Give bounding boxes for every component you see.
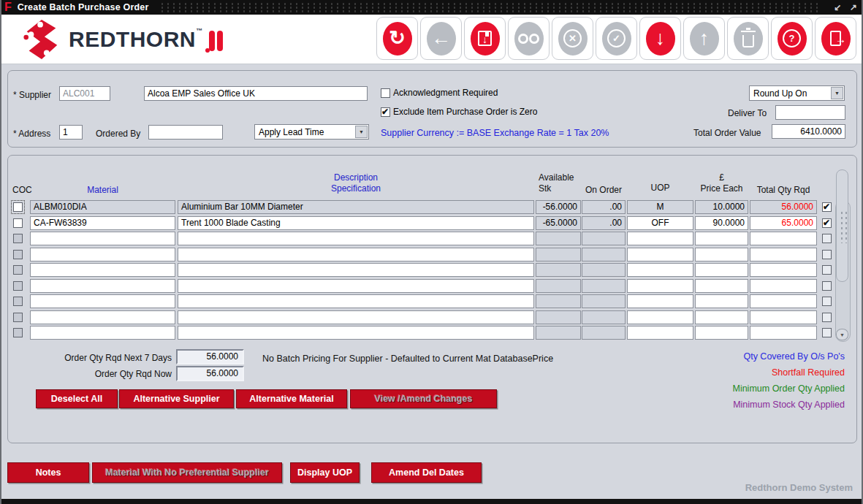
uop-cell[interactable] (627, 232, 693, 245)
display-uop-button[interactable]: Display UOP (290, 462, 360, 483)
total-qty-cell[interactable] (750, 294, 817, 308)
description-cell[interactable] (178, 248, 534, 261)
scrollbar-thumb[interactable] (836, 169, 848, 282)
address-label: * Address (13, 129, 50, 139)
total-qty-rqd-header: Total Qty Rqd (745, 185, 821, 196)
total-qty-cell[interactable] (750, 279, 817, 293)
price-each-cell[interactable] (695, 294, 748, 308)
legend-min-order: Minimum Order Qty Applied (732, 383, 845, 394)
material-cell[interactable] (30, 232, 175, 245)
refresh-button[interactable]: ↻ (376, 17, 418, 60)
description-cell[interactable] (178, 310, 534, 324)
total-qty-cell[interactable] (750, 232, 817, 245)
acknowledgment-required-checkbox[interactable] (381, 88, 390, 98)
scroll-down-icon[interactable]: ▼ (836, 329, 848, 340)
description-cell[interactable]: Trent 1000 Blade Casting (178, 216, 534, 230)
alternative-material-button[interactable]: Alternative Material (236, 389, 347, 408)
description-cell[interactable] (178, 263, 534, 277)
on-order-cell (582, 248, 626, 261)
uop-cell[interactable] (627, 248, 693, 261)
price-each-cell[interactable] (695, 263, 748, 277)
restore-window-icon[interactable]: ↙ (834, 2, 841, 12)
window-bottom-edge (1, 499, 862, 504)
down-arrow-icon: ↓ (646, 22, 675, 56)
total-qty-cell[interactable]: 56.0000 (750, 200, 817, 214)
total-qty-cell[interactable] (750, 248, 817, 261)
material-cell[interactable] (30, 263, 175, 277)
material-cell[interactable] (30, 279, 175, 293)
row-select-checkbox (822, 313, 832, 322)
acknowledgment-required-label: Acknowledgment Required (393, 88, 498, 98)
back-button[interactable]: ← (420, 17, 462, 60)
price-each-cell[interactable] (695, 232, 748, 245)
cancel-button[interactable]: ✕ (552, 17, 593, 60)
uop-cell[interactable] (627, 326, 693, 340)
address-field[interactable] (59, 125, 83, 140)
price-each-cell[interactable] (695, 310, 748, 324)
description-cell[interactable] (178, 279, 534, 293)
deselect-all-button[interactable]: Deselect All (36, 389, 118, 408)
coc-header: COC (12, 185, 32, 196)
description-cell[interactable]: Aluminium Bar 10MM Diameter (178, 200, 534, 214)
total-qty-cell[interactable] (750, 326, 817, 340)
on-order-cell (582, 263, 626, 277)
supplier-code-field[interactable] (59, 86, 110, 101)
description-cell[interactable] (178, 232, 534, 245)
maximize-window-icon[interactable]: ↗ (850, 2, 857, 12)
material-cell[interactable] (30, 326, 175, 340)
delete-button[interactable] (727, 17, 769, 60)
coc-checkbox (13, 250, 23, 259)
redthorn-thorn-icon (20, 18, 63, 61)
alternative-supplier-button[interactable]: Alternative Supplier (119, 389, 234, 408)
material-cell[interactable] (30, 248, 175, 261)
uop-cell[interactable] (627, 279, 693, 293)
move-down-button[interactable]: ↓ (639, 17, 681, 60)
description-cell[interactable] (178, 294, 534, 308)
supplier-name-field[interactable] (144, 86, 368, 101)
view-amend-changes-button[interactable]: View /Amend Changes (350, 389, 497, 408)
price-each-cell[interactable] (695, 326, 748, 340)
move-up-button[interactable]: ↑ (683, 17, 725, 60)
find-button[interactable] (508, 17, 550, 60)
window-title: Create Batch Purchase Order (18, 2, 149, 12)
save-button[interactable]: ↓ (464, 17, 506, 60)
material-cell[interactable]: ALBM010DIA (30, 200, 175, 214)
available-stk-cell (536, 232, 581, 245)
uop-cell[interactable] (627, 263, 693, 277)
description-cell[interactable] (178, 326, 534, 340)
uop-cell[interactable] (627, 310, 693, 324)
notes-button[interactable]: Notes (7, 462, 89, 483)
coc-checkbox[interactable] (13, 218, 23, 228)
total-qty-cell[interactable] (750, 310, 817, 324)
material-no-preferential-supplier-button[interactable]: Material With No Preferential Supplier (92, 462, 282, 483)
uop-cell[interactable]: OFF (627, 216, 693, 230)
price-each-cell[interactable] (695, 279, 748, 293)
price-each-cell[interactable]: 10.0000 (695, 200, 748, 214)
order-grid-panel: COC Material DescriptionSpecification Av… (7, 155, 857, 443)
uop-cell[interactable]: M (627, 200, 693, 214)
total-order-value-field[interactable] (772, 124, 845, 139)
exit-button[interactable]: → (815, 17, 856, 60)
price-each-header: £Price Each (695, 172, 748, 194)
uop-cell[interactable] (627, 294, 693, 308)
exclude-item-checkbox[interactable] (381, 107, 390, 117)
lead-time-dropdown[interactable]: Apply Lead Time ▼ (254, 124, 369, 140)
amend-del-dates-button[interactable]: Amend Del Dates (371, 462, 482, 483)
material-cell[interactable] (30, 294, 175, 308)
round-up-dropdown[interactable]: Round Up On ▼ (749, 85, 845, 101)
confirm-button[interactable]: ✓ (596, 17, 637, 60)
price-each-cell[interactable] (695, 248, 748, 261)
total-qty-cell[interactable]: 65.0000 (750, 216, 817, 230)
lead-time-chevron-down-icon[interactable]: ▼ (355, 126, 368, 138)
coc-checkbox[interactable] (13, 202, 23, 212)
material-cell[interactable] (30, 310, 175, 324)
total-qty-cell[interactable] (750, 263, 817, 277)
price-each-cell[interactable]: 90.0000 (695, 216, 748, 230)
deliver-to-field[interactable] (775, 105, 845, 120)
row-select-checkbox[interactable] (822, 202, 832, 212)
ordered-by-field[interactable] (148, 125, 223, 140)
row-select-checkbox[interactable] (822, 218, 832, 228)
material-cell[interactable]: CA-FW63839 (30, 216, 175, 230)
help-button[interactable]: ? (771, 17, 813, 60)
round-up-chevron-down-icon[interactable]: ▼ (831, 87, 843, 99)
